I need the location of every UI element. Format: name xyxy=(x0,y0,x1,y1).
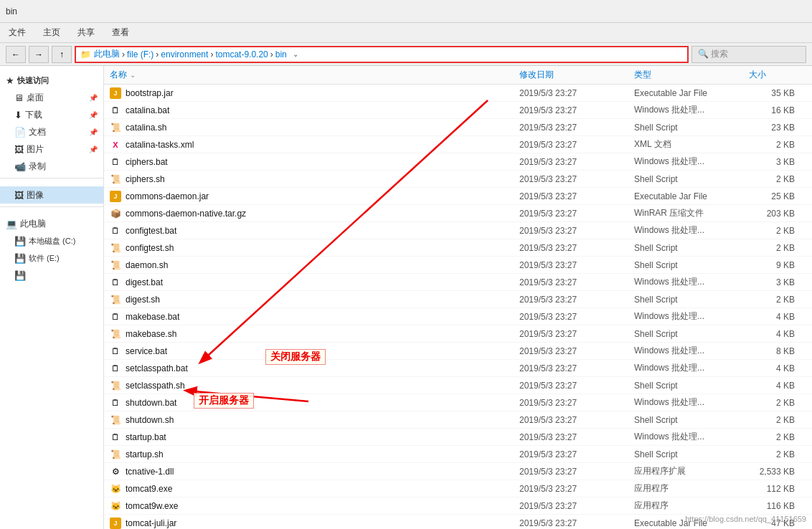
file-modified: 2019/5/3 23:27 xyxy=(519,467,634,477)
file-name: startup.sh xyxy=(126,449,164,459)
col-size[interactable]: 大小 xyxy=(749,69,806,81)
file-type: Shell Script xyxy=(634,260,749,270)
file-name: ciphers.bat xyxy=(126,157,168,167)
file-name-cell: 🗒 digest.bat xyxy=(110,277,519,288)
exe-icon: 🐱 xyxy=(110,500,121,512)
sidebar-item-driveE[interactable]: 💾 软件 (E:) xyxy=(0,249,103,267)
file-size: 4 KB xyxy=(749,329,806,339)
up-btn[interactable]: ↑ xyxy=(52,46,72,63)
file-row[interactable]: 📦 commons-daemon-native.tar.gz 2019/5/3 … xyxy=(104,205,812,222)
file-type: Windows 批处理... xyxy=(634,396,749,409)
sh-icon: 📜 xyxy=(110,242,121,254)
file-name-cell: X catalina-tasks.xml xyxy=(110,139,519,151)
sidebar-item-record[interactable]: 📹 录制 xyxy=(0,158,103,175)
file-name: shutdown.bat xyxy=(126,398,176,408)
sidebar-item-drive-other[interactable]: 💾 xyxy=(0,267,103,284)
file-row[interactable]: 📜 configtest.sh 2019/5/3 23:27 Shell Scr… xyxy=(104,239,812,257)
file-row[interactable]: 📜 daemon.sh 2019/5/3 23:27 Shell Script … xyxy=(104,257,812,274)
file-type: 应用程序 xyxy=(634,500,749,512)
file-modified: 2019/5/3 23:27 xyxy=(519,363,634,373)
pc-icon: 💻 xyxy=(6,219,17,229)
file-type: XML 文档 xyxy=(634,138,749,151)
file-row[interactable]: 🐱 tomcat9.exe 2019/5/3 23:27 应用程序 112 KB xyxy=(104,480,812,497)
file-type: Windows 批处理... xyxy=(634,431,749,443)
file-row[interactable]: 📜 shutdown.sh 2019/5/3 23:27 Shell Scrip… xyxy=(104,411,812,429)
pin-icon-downloads: 📌 xyxy=(89,111,98,119)
sidebar-item-documents[interactable]: 📄 文档 📌 xyxy=(0,123,103,140)
file-row[interactable]: 📜 catalina.sh 2019/5/3 23:27 Shell Scrip… xyxy=(104,119,812,136)
file-modified: 2019/5/3 23:27 xyxy=(519,295,634,305)
file-row[interactable]: 🐱 tomcat9w.exe 2019/5/3 23:27 应用程序 116 K… xyxy=(104,497,812,515)
file-name-cell: 📜 makebase.sh xyxy=(110,328,519,340)
address-input[interactable]: 📁 此电脑 › file (F:) › environment › tomcat… xyxy=(75,46,689,63)
exe-icon: 🐱 xyxy=(110,483,121,495)
file-row[interactable]: 🗒 ciphers.bat 2019/5/3 23:27 Windows 批处理… xyxy=(104,153,812,171)
col-name[interactable]: 名称 ⌄ xyxy=(110,69,519,81)
file-row[interactable]: 🗒 makebase.bat 2019/5/3 23:27 Windows 批处… xyxy=(104,308,812,325)
file-size: 25 KB xyxy=(749,191,806,201)
sh-icon: 📜 xyxy=(110,122,121,133)
sidebar-item-desktop[interactable]: 🖥 桌面 📌 xyxy=(0,89,103,106)
file-name: shutdown.sh xyxy=(126,415,174,425)
pin-icon-desktop: 📌 xyxy=(89,94,98,102)
file-row[interactable]: 📜 setclasspath.sh 2019/5/3 23:27 Shell S… xyxy=(104,377,812,394)
menu-file[interactable]: 文件 xyxy=(6,25,29,40)
address-bar: ← → ↑ 📁 此电脑 › file (F:) › environment › … xyxy=(0,43,812,66)
file-row[interactable]: 📜 startup.sh 2019/5/3 23:27 Shell Script… xyxy=(104,446,812,463)
file-name: makebase.bat xyxy=(126,312,179,322)
file-modified: 2019/5/3 23:27 xyxy=(519,88,634,98)
file-name: daemon.sh xyxy=(126,260,168,270)
file-type: Shell Script xyxy=(634,449,749,459)
forward-btn[interactable]: → xyxy=(29,46,49,63)
col-type[interactable]: 类型 xyxy=(634,69,749,81)
back-btn[interactable]: ← xyxy=(6,46,26,63)
bat-icon: 🗒 xyxy=(110,363,121,374)
menu-share[interactable]: 共享 xyxy=(75,25,98,40)
file-size: 2,533 KB xyxy=(749,467,806,477)
file-row[interactable]: 🗒 configtest.bat 2019/5/3 23:27 Windows … xyxy=(104,222,812,239)
jar-icon: J xyxy=(110,87,121,99)
window: bin 文件 主页 共享 查看 ← → ↑ 📁 此电脑 › file (F:) … xyxy=(0,0,812,529)
sidebar-item-driveC[interactable]: 💾 本地磁盘 (C:) xyxy=(0,232,103,249)
file-row[interactable]: ⚙ tcnative-1.dll 2019/5/3 23:27 应用程序扩展 2… xyxy=(104,463,812,480)
file-row[interactable]: 📜 ciphers.sh 2019/5/3 23:27 Shell Script… xyxy=(104,171,812,188)
file-modified: 2019/5/3 23:27 xyxy=(519,226,634,236)
file-type: Shell Script xyxy=(634,329,749,339)
breadcrumb-label-2: environment xyxy=(161,49,208,59)
search-btn[interactable]: 🔍 搜索 xyxy=(691,46,806,63)
file-row[interactable]: J bootstrap.jar 2019/5/3 23:27 Executabl… xyxy=(104,85,812,102)
file-row[interactable]: 🗒 digest.bat 2019/5/3 23:27 Windows 批处理.… xyxy=(104,274,812,291)
sidebar-item-pictures[interactable]: 🖼 图片 📌 xyxy=(0,140,103,158)
sidebar-item-quickaccess[interactable]: ★ 快速访问 xyxy=(0,72,103,89)
sidebar-item-thispc[interactable]: 💻 此电脑 xyxy=(0,215,103,232)
sh-icon: 📜 xyxy=(110,380,121,391)
file-row[interactable]: 📜 digest.sh 2019/5/3 23:27 Shell Script … xyxy=(104,291,812,308)
file-row[interactable]: X catalina-tasks.xml 2019/5/3 23:27 XML … xyxy=(104,136,812,153)
file-name: setclasspath.sh xyxy=(126,381,185,391)
file-size: 2 KB xyxy=(749,295,806,305)
sidebar-item-image[interactable]: 🖼 图像 xyxy=(0,186,103,204)
file-row[interactable]: 🗒 startup.bat 2019/5/3 23:27 Windows 批处理… xyxy=(104,429,812,446)
file-type: 应用程序扩展 xyxy=(634,465,749,477)
file-row[interactable]: 🗒 catalina.bat 2019/5/3 23:27 Windows 批处… xyxy=(104,102,812,119)
file-modified: 2019/5/3 23:27 xyxy=(519,398,634,408)
file-size: 16 KB xyxy=(749,105,806,115)
file-modified: 2019/5/3 23:27 xyxy=(519,501,634,511)
file-row[interactable]: 🗒 shutdown.bat 2019/5/3 23:27 Windows 批处… xyxy=(104,394,812,411)
menu-view[interactable]: 查看 xyxy=(109,25,132,40)
file-row[interactable]: 🗒 setclasspath.bat 2019/5/3 23:27 Window… xyxy=(104,360,812,377)
sidebar-item-downloads[interactable]: ⬇ 下载 📌 xyxy=(0,106,103,123)
sh-icon: 📜 xyxy=(110,328,121,340)
col-modified[interactable]: 修改日期 xyxy=(519,69,634,81)
file-row[interactable]: 📜 makebase.sh 2019/5/3 23:27 Shell Scrip… xyxy=(104,325,812,343)
file-modified: 2019/5/3 23:27 xyxy=(519,381,634,391)
driveC-icon: 💾 xyxy=(14,236,26,247)
menu-home[interactable]: 主页 xyxy=(40,25,63,40)
file-type: Shell Script xyxy=(634,381,749,391)
file-name-cell: 📜 ciphers.sh xyxy=(110,173,519,185)
file-row[interactable]: 🗒 service.bat 2019/5/3 23:27 Windows 批处理… xyxy=(104,343,812,360)
title-bar: bin xyxy=(0,0,812,23)
breadcrumb-label-1: file (F:) xyxy=(127,49,154,59)
file-row[interactable]: J commons-daemon.jar 2019/5/3 23:27 Exec… xyxy=(104,188,812,205)
file-modified: 2019/5/3 23:27 xyxy=(519,191,634,201)
